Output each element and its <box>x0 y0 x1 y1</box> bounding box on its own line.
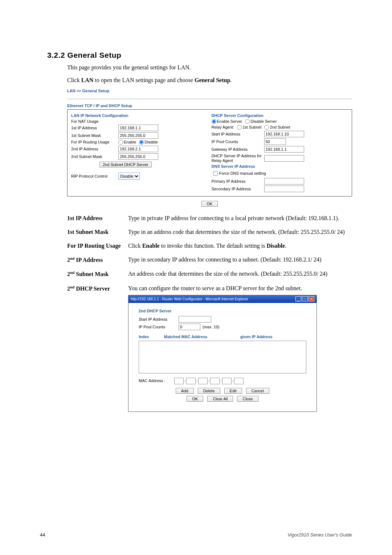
popup-titlebar: http://192.168.1.1 - Router Web Configur… <box>128 295 317 303</box>
page-number: 44 <box>40 532 45 538</box>
mac-input-4[interactable] <box>210 378 220 384</box>
enable-server-label: Enable Server <box>217 119 242 123</box>
routing-enable-radio[interactable] <box>118 140 123 145</box>
popup-add-button[interactable]: Add <box>176 388 194 394</box>
footer-guide: Vigor2910 Series User's Guide <box>287 532 352 538</box>
intro-line-2: Click LAN to open the LAN settings page … <box>67 76 352 85</box>
secondary-ip-label: Secondary IP Address <box>212 187 264 191</box>
def-term-2nd-ip: 2nd IP Address <box>67 255 128 264</box>
popup-col-index: Index <box>139 334 164 340</box>
popup-pool-label: IP Pool Counts <box>139 324 179 330</box>
def-term-1st-mask: 1st Subnet Mask <box>67 228 128 236</box>
mac-input-3[interactable] <box>198 378 208 384</box>
popup-start-ip-label: Start IP Address <box>139 316 179 323</box>
def-desc-1st-ip: Type in private IP address for connectin… <box>128 214 352 223</box>
popup-ok-button[interactable]: OK <box>187 396 203 402</box>
popup-mac-label: MAC Address : <box>139 378 173 384</box>
def-term-2nd-dhcp: 2nd DHCP Server <box>67 284 128 412</box>
def-desc-routing: Click Enable to invoke this function. Th… <box>128 242 352 250</box>
force-dns-label: Force DNS manual setting <box>219 171 266 175</box>
popup-edit-button[interactable]: Edit <box>224 388 242 394</box>
window-maximize-icon[interactable]: □ <box>302 296 308 301</box>
routing-enable-label: Enable <box>124 140 136 144</box>
second-ip-input[interactable] <box>118 146 158 152</box>
config-box: LAN IP Network Configuration For NAT Usa… <box>67 109 352 197</box>
popup-list-area[interactable] <box>139 341 306 373</box>
mac-input-2[interactable] <box>186 378 196 384</box>
disable-server-label: Disable Server <box>250 119 277 123</box>
popup-window: http://192.168.1.1 - Router Web Configur… <box>128 295 317 412</box>
relay-2nd-label: 2nd Subnet <box>270 125 290 129</box>
rip-label: RIP Protocol Control <box>71 174 118 178</box>
popup-delete-button[interactable]: Delete <box>198 388 220 394</box>
start-ip-label: Start IP Address <box>212 132 264 136</box>
breadcrumb: LAN >> General Setup <box>67 89 352 93</box>
popup-clear-button[interactable]: Clear All <box>207 396 233 402</box>
popup-title: http://192.168.1.1 - Router Web Configur… <box>131 296 248 302</box>
mac-input-5[interactable] <box>222 378 232 384</box>
pool-counts-input[interactable] <box>264 138 286 145</box>
mac-input-1[interactable] <box>174 378 184 384</box>
section-heading: 3.2.2 General Setup <box>47 51 352 60</box>
enable-server-radio[interactable] <box>212 119 216 124</box>
relay-1st-label: 1st Subnet <box>242 125 262 129</box>
intro-line-1: This page provides you the general setti… <box>67 63 352 72</box>
popup-start-ip-input[interactable] <box>179 316 211 323</box>
ethernet-section-title: Ethernet TCP / IP and DHCP Setup <box>67 104 352 108</box>
def-term-1st-ip: 1st IP Address <box>67 214 128 223</box>
rip-select[interactable]: Disable <box>118 173 140 180</box>
popup-col-ip: given IP Address <box>240 334 306 340</box>
first-ip-input[interactable] <box>118 125 158 131</box>
ok-button[interactable]: OK <box>201 201 218 207</box>
start-ip-input[interactable] <box>264 131 304 137</box>
popup-col-mac: Matched MAC Address <box>164 334 240 340</box>
def-desc-2nd-ip: Type in secondary IP address for connect… <box>128 255 352 264</box>
force-dns-checkbox[interactable] <box>213 171 218 176</box>
def-term-routing: For IP Routing Usage <box>67 242 128 250</box>
popup-heading: 2nd DHCP Server <box>139 308 306 314</box>
def-desc-1st-mask: Type in an address code that determines … <box>128 228 352 236</box>
window-close-icon[interactable]: ✕ <box>309 296 314 301</box>
second-ip-label: 2nd IP Address <box>71 147 118 151</box>
secondary-ip-input[interactable] <box>264 186 304 192</box>
dhcp-relay-ip-label: DHCP Server IP Address for Relay Agent <box>212 154 264 163</box>
def-desc-2nd-mask: An address code that determines the size… <box>128 270 352 279</box>
lan-config-heading: LAN IP Network Configuration <box>71 113 208 118</box>
relay-agent-label: Relay Agent: <box>212 125 234 129</box>
nat-usage-label: For NAT Usage <box>71 119 118 123</box>
popup-pool-input[interactable] <box>179 324 200 330</box>
def-desc-2nd-dhcp: You can configure the router to serve as… <box>128 284 352 412</box>
dhcp-config-heading: DHCP Server Configuration <box>212 113 348 118</box>
relay-1st-radio[interactable] <box>237 125 242 130</box>
routing-usage-label: For IP Routing Usage <box>71 140 118 144</box>
primary-ip-input[interactable] <box>264 178 304 185</box>
first-mask-label: 1st Subnet Mask <box>71 133 118 138</box>
second-mask-label: 2nd Subnet Mask <box>71 154 118 159</box>
disable-server-radio[interactable] <box>245 119 250 124</box>
gateway-ip-input[interactable] <box>264 146 304 153</box>
routing-disable-radio[interactable] <box>139 140 144 145</box>
relay-2nd-radio[interactable] <box>264 125 269 130</box>
mac-input-6[interactable] <box>234 378 244 384</box>
def-term-2nd-mask: 2nd Subnet Mask <box>67 270 128 279</box>
gateway-ip-label: Gateway IP Address <box>212 147 264 151</box>
primary-ip-label: Primary IP Address <box>212 179 264 183</box>
first-ip-label: 1st IP Address <box>71 126 118 130</box>
second-subnet-dhcp-button[interactable]: 2nd Subnet DHCP Server <box>99 162 152 167</box>
popup-close-button[interactable]: Close <box>237 396 258 402</box>
second-mask-input[interactable] <box>118 153 158 160</box>
popup-pool-hint: (max. 10) <box>203 324 219 330</box>
divider <box>67 99 352 99</box>
routing-disable-label: Disable <box>144 140 158 144</box>
window-minimize-icon[interactable]: _ <box>295 296 301 301</box>
first-mask-input[interactable] <box>118 132 158 139</box>
pool-counts-label: IP Pool Counts <box>212 139 264 144</box>
popup-cancel-button[interactable]: Cancel <box>246 388 269 394</box>
dhcp-relay-ip-input[interactable] <box>264 155 304 162</box>
dns-heading: DNS Server IP Address <box>212 164 348 169</box>
